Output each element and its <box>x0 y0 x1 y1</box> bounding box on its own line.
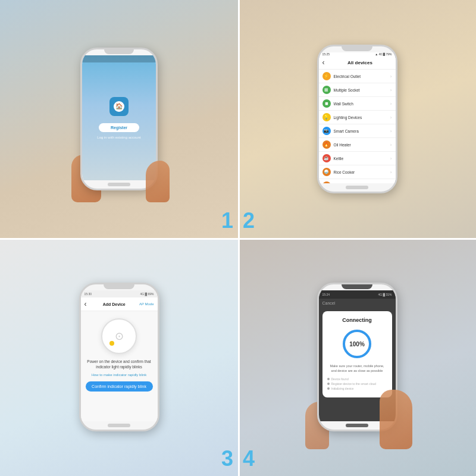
phone-screen-2: 15:25 ▲ 40 ▓ 79% ‹ All devices ⚡ Electri… <box>319 52 396 183</box>
add-device-screen: 15:30 4G ▓ 69% ‹ Add Device AP Mode ⊙ <box>81 290 158 421</box>
cell-step-2: 15:25 ▲ 40 ▓ 79% ‹ All devices ⚡ Electri… <box>238 0 476 238</box>
step-number-2: 2 <box>243 208 255 233</box>
oven-icon: ⬛ <box>322 181 331 183</box>
arrow-icon: › <box>390 142 392 148</box>
item-label: Oil Heater <box>334 143 390 147</box>
rice-cooker-icon: 🍚 <box>322 168 331 176</box>
list-item[interactable]: ◼ Wall Switch › <box>319 97 396 111</box>
vertical-divider <box>238 0 240 476</box>
phone-wrap-3: 15:30 4G ▓ 69% ‹ Add Device AP Mode ⊙ <box>0 238 238 476</box>
item-label: Multiple Socket <box>334 88 390 92</box>
phone-screen-3: 15:30 4G ▓ 69% ‹ Add Device AP Mode ⊙ <box>81 290 158 421</box>
item-label: Rice Cooker <box>334 170 390 174</box>
item-label: Lighting Devices <box>334 115 390 120</box>
hand-right-4 <box>380 390 412 449</box>
connecting-info: Make sure your router, mobile phone, and… <box>327 364 387 374</box>
arrow-icon: › <box>390 170 392 175</box>
add-device-header: ‹ Add Device AP Mode <box>81 298 158 311</box>
item-label: Kettle <box>334 156 390 161</box>
check-label-2: Register device to the smart cloud <box>331 382 377 386</box>
register-button[interactable]: Register <box>99 123 139 132</box>
arrow-icon: › <box>390 156 392 161</box>
list-item[interactable]: ☕ Kettle › <box>319 152 396 165</box>
cell-step-1: 🏠 Register Log in with existing account … <box>0 0 238 238</box>
page-wrapper: 🏠 Register Log in with existing account … <box>0 0 476 476</box>
connecting-title: Connecting <box>342 317 372 323</box>
arrow-icon: › <box>390 87 392 93</box>
phone-notch-3 <box>104 284 134 289</box>
phone-screen-1: 🏠 Register Log in with existing account <box>82 55 156 180</box>
list-item[interactable]: 🍚 Rice Cooker › <box>319 165 396 179</box>
app-logo: 🏠 <box>109 97 129 116</box>
multiple-socket-icon: ▦ <box>322 86 331 94</box>
list-item[interactable]: 💡 Lighting Devices › <box>319 111 396 124</box>
time-4: 15:24 <box>322 293 330 296</box>
phone-notch-1 <box>104 49 134 54</box>
cell-step-3: 15:30 4G ▓ 69% ‹ Add Device AP Mode ⊙ <box>0 238 238 476</box>
list-item[interactable]: 📷 Smart Camera › <box>319 124 396 138</box>
arrow-icon: › <box>390 183 392 184</box>
phone-2: 15:25 ▲ 40 ▓ 79% ‹ All devices ⚡ Electri… <box>317 45 397 193</box>
check-item-3: Initializing device <box>327 387 387 390</box>
progress-percent: 100% <box>349 341 365 347</box>
progress-ring: 100% <box>341 328 373 360</box>
list-item[interactable]: ▦ Multiple Socket › <box>319 83 396 97</box>
item-label: Wall Switch <box>334 102 390 106</box>
back-button-2[interactable]: ‹ <box>322 58 325 67</box>
device-icon: ⊙ <box>115 330 124 343</box>
step-number-3: 3 <box>221 446 233 471</box>
check-dot-3 <box>327 387 330 390</box>
home-bar-3 <box>108 424 131 427</box>
list-item[interactable]: ⚡ Electrical Outlet › <box>319 70 396 83</box>
add-device-title: Add Device <box>89 302 139 306</box>
step-number-1: 1 <box>221 208 233 233</box>
device-list-title: All devices <box>328 60 392 65</box>
device-list-screen: 15:25 ▲ 40 ▓ 79% ‹ All devices ⚡ Electri… <box>319 52 396 183</box>
ap-mode-label: AP Mode <box>139 302 154 306</box>
back-button-3[interactable]: ‹ <box>84 300 87 308</box>
device-list-header: ‹ All devices <box>319 56 396 70</box>
list-item[interactable]: 🔥 Oil Heater › <box>319 138 396 152</box>
signal-3: 4G ▓ 69% <box>140 292 154 296</box>
check-label-1: Device found <box>331 377 349 381</box>
arrow-icon: › <box>390 101 392 107</box>
phone-1: 🏠 Register Log in with existing account <box>80 48 158 190</box>
app-logo-icon: 🏠 <box>114 101 124 112</box>
item-label: Smart Camera <box>334 129 390 133</box>
login-link[interactable]: Log in with existing account <box>97 136 140 139</box>
cell-step-4: 15:24 4G ▓ 31% Cancel Connecting <box>238 238 476 476</box>
home-bar-1 <box>108 183 130 186</box>
lighting-icon: 💡 <box>322 113 331 121</box>
oil-heater-icon: 🔥 <box>322 140 331 149</box>
arrow-icon: › <box>390 115 392 120</box>
indicator-blink-link[interactable]: How to make indicator rapidly blink <box>81 373 158 377</box>
status-bar-4: 15:24 4G ▓ 31% <box>319 290 396 299</box>
arrow-icon: › <box>390 74 392 79</box>
wall-switch-icon: ◼ <box>322 99 331 108</box>
device-circle: ⊙ <box>101 318 137 354</box>
check-dot-2 <box>327 383 330 385</box>
arrow-icon: › <box>390 129 392 134</box>
app-login-screen: 🏠 Register Log in with existing account <box>82 55 156 180</box>
home-bar-2 <box>346 186 369 189</box>
phone-wrap-2: 15:25 ▲ 40 ▓ 79% ‹ All devices ⚡ Electri… <box>238 0 476 238</box>
phone-3: 15:30 4G ▓ 69% ‹ Add Device AP Mode ⊙ <box>79 283 159 431</box>
kettle-icon: ☕ <box>322 154 331 162</box>
check-item-1: Device found <box>327 377 387 381</box>
check-item-2: Register device to the smart cloud <box>327 382 387 386</box>
confirm-blink-button[interactable]: Confirm indicator rapidly blink <box>86 381 153 392</box>
phone-notch-2 <box>342 46 372 51</box>
status-bar-1 <box>82 55 156 62</box>
electrical-outlet-icon: ⚡ <box>322 72 331 80</box>
connecting-card: Connecting 100% Make sure your route <box>322 311 392 397</box>
cancel-button[interactable]: Cancel <box>319 299 396 308</box>
phone-wrap-1: 🏠 Register Log in with existing account <box>0 0 238 238</box>
camera-icon: 📷 <box>322 127 331 135</box>
check-label-3: Initializing device <box>331 387 354 390</box>
hand-right-1 <box>146 161 170 202</box>
add-device-instruction: Power on the device and confirm that ind… <box>81 359 158 369</box>
list-item[interactable]: ⬛ Oven › <box>319 179 396 183</box>
phone-wrap-4: 15:24 4G ▓ 31% Cancel Connecting <box>238 238 476 476</box>
signal-4: 4G ▓ 31% <box>378 293 392 296</box>
phone-notch-4 <box>342 284 372 289</box>
